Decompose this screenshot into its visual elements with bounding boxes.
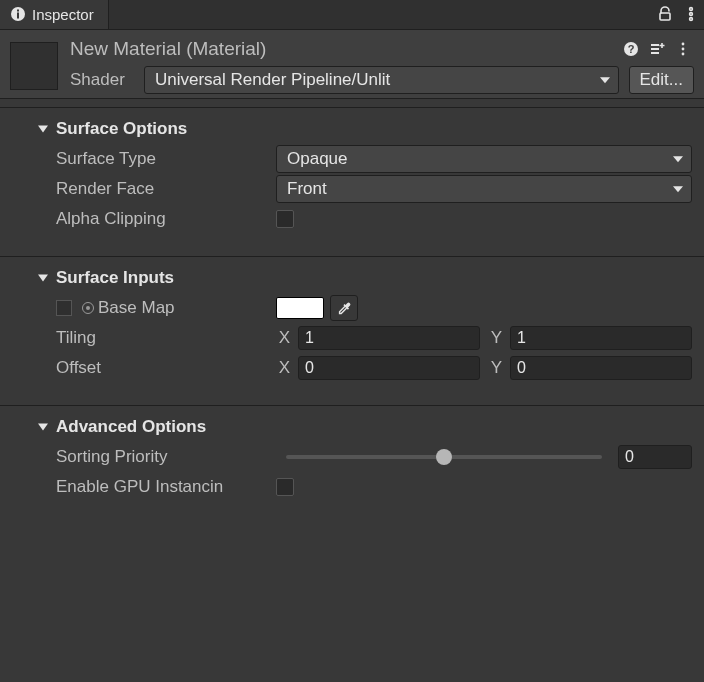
label-tiling: Tiling [56,328,276,348]
svg-rect-2 [17,10,19,12]
shader-dropdown[interactable]: Universal Render Pipeline/Unlit [144,66,619,94]
edit-shader-button[interactable]: Edit... [629,66,694,94]
label-surface-type: Surface Type [56,149,276,169]
kebab-menu-icon[interactable] [672,38,694,60]
material-title: New Material (Material) [70,38,616,60]
label-sorting-priority: Sorting Priority [56,447,276,467]
svg-point-4 [690,8,693,11]
info-icon [10,6,26,22]
input-offset-x[interactable]: 0 [298,356,480,380]
axis-y-label: Y [488,328,502,348]
tab-label: Inspector [32,6,94,23]
checkbox-alpha-clipping[interactable] [276,210,294,228]
shader-label: Shader [70,70,134,90]
section-advanced-options: Advanced Options Sorting Priority 0 Enab… [0,412,704,520]
label-gpu-instancing: Enable GPU Instancin [56,477,276,497]
help-icon[interactable]: ? [620,38,642,60]
label-offset: Offset [56,358,276,378]
material-header: New Material (Material) ? Shader Univers… [0,30,704,99]
checkbox-gpu-instancing[interactable] [276,478,294,496]
eyedropper-button[interactable] [330,295,358,321]
section-header-surface-options[interactable]: Surface Options [0,114,704,144]
axis-x-label: X [276,328,290,348]
svg-point-10 [682,48,685,51]
texture-picker-icon[interactable] [82,302,94,314]
svg-point-11 [682,53,685,56]
section-header-surface-inputs[interactable]: Surface Inputs [0,263,704,293]
svg-point-5 [690,13,693,16]
texture-slot-base-map[interactable] [56,300,72,316]
slider-thumb[interactable] [436,449,452,465]
color-field-base-map[interactable] [276,297,324,319]
svg-rect-3 [660,13,670,20]
label-alpha-clipping: Alpha Clipping [56,209,276,229]
axis-x-label: X [276,358,290,378]
label-base-map: Base Map [98,298,175,318]
inspector-panel: Inspector New Material (Material) ? [0,0,704,682]
input-tiling-y[interactable]: 1 [510,326,692,350]
section-surface-options: Surface Options Surface Type Opaque Rend… [0,114,704,252]
input-offset-y[interactable]: 0 [510,356,692,380]
input-tiling-x[interactable]: 1 [298,326,480,350]
svg-text:?: ? [628,43,635,55]
input-sorting-priority[interactable]: 0 [618,445,692,469]
kebab-menu-icon[interactable] [678,0,704,29]
panel-toolbar: Inspector [0,0,704,30]
lock-icon[interactable] [652,0,678,29]
material-preview-thumb[interactable] [10,42,58,90]
dropdown-render-face[interactable]: Front [276,175,692,203]
svg-rect-1 [17,13,19,19]
slider-sorting-priority[interactable] [286,455,602,459]
svg-point-6 [690,18,693,21]
presets-icon[interactable] [646,38,668,60]
inspector-tab[interactable]: Inspector [0,0,109,29]
svg-point-9 [682,43,685,46]
dropdown-surface-type[interactable]: Opaque [276,145,692,173]
section-surface-inputs: Surface Inputs Base Map Tiling [0,263,704,401]
shader-value: Universal Render Pipeline/Unlit [155,70,390,90]
label-render-face: Render Face [56,179,276,199]
section-header-advanced-options[interactable]: Advanced Options [0,412,704,442]
axis-y-label: Y [488,358,502,378]
